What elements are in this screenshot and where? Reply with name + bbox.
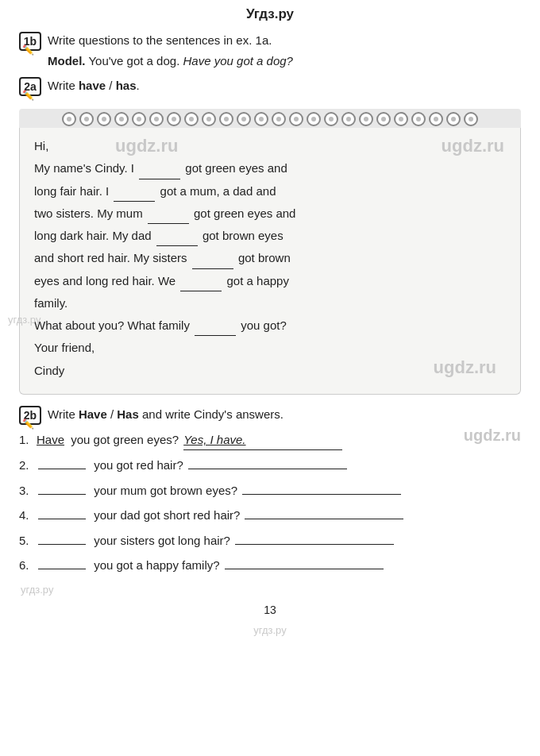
item-5-answer[interactable] [235, 544, 394, 545]
letter-line-4: long dark hair. My dad got brown eyes [34, 226, 506, 246]
pencil-icon-2b: ✏️ [22, 418, 34, 430]
blank-1[interactable] [139, 179, 180, 179]
item-num-1: 1. [19, 430, 33, 450]
item-1-answer-blank[interactable]: Yes, I have. [183, 430, 342, 451]
page-number: 13 [0, 604, 540, 624]
blank-7[interactable] [195, 335, 236, 336]
item-6-blank[interactable] [38, 569, 86, 569]
letter-greeting: Hi, [34, 136, 506, 156]
spiral-hole [272, 112, 286, 126]
model-answer: Have you got a dog? [183, 54, 293, 68]
blank-4[interactable] [156, 245, 198, 246]
exercise-2b-label: 2b ✏️ Write Have / Has and write Cindy's… [19, 406, 521, 425]
spiral-hole [97, 112, 111, 126]
list-item-2: 2. you got red hair? [19, 455, 521, 476]
site-header: Угдз.ру [0, 0, 540, 25]
spiral-hole [376, 112, 391, 126]
letter-paper: ugdz.ru ugdz.ru ugdz.ru Hi, My name's Ci… [19, 128, 521, 395]
site-title: Угдз.ру [246, 6, 294, 21]
item-3-blank[interactable] [38, 494, 86, 495]
letter-line-5: and short red hair. My sisters got brown [34, 248, 506, 268]
item-2-answer[interactable] [188, 469, 347, 469]
item-3-question: your mum got brown eyes? [91, 480, 237, 501]
letter-line-1: My name's Cindy. I got green eyes and [34, 158, 506, 179]
spiral-hole [359, 112, 373, 126]
item-1-answer-filled: Yes, I have. [183, 433, 245, 446]
letter-line-6: eyes and long red hair. We got a happy [34, 271, 506, 291]
blank-5[interactable] [192, 268, 233, 269]
blank-3[interactable] [148, 223, 189, 224]
exercise-2b-list: 1. Have you got green eyes? Yes, I have.… [19, 430, 521, 576]
blank-2[interactable] [114, 201, 155, 202]
item-5-blank[interactable] [38, 544, 86, 545]
list-item-3: 3. your mum got brown eyes? [19, 480, 521, 501]
spiral-row [19, 109, 521, 128]
spiral-hole [394, 112, 408, 126]
pencil-icon-2a: ✏️ [22, 90, 34, 101]
item-1-question: you got green eyes? [68, 430, 179, 450]
item-5-question: your sisters got long hair? [91, 530, 230, 551]
spiral-hole [202, 112, 216, 126]
item-num-2: 2. [19, 455, 33, 476]
model-label: Model. [48, 54, 86, 68]
item-num-6: 6. [19, 555, 33, 576]
item-3-answer[interactable] [242, 494, 401, 495]
spiral-hole [464, 112, 478, 126]
exercise-2a-label: 2a ✏️ Write have / has. [19, 77, 521, 96]
list-item-1: 1. Have you got green eyes? Yes, I have. [19, 430, 521, 451]
spiral-hole [62, 112, 76, 126]
spiral-hole [446, 112, 461, 126]
watermark-bottom-left: угдз.ру [8, 584, 540, 596]
spiral-hole [132, 112, 146, 126]
blank-6[interactable] [180, 291, 222, 291]
spiral-hole [219, 112, 233, 126]
watermark-footer: угдз.ру [0, 624, 540, 642]
letter-line-3: two sisters. My mum got green eyes and [34, 203, 506, 224]
letter-line-2: long fair hair. I got a mum, a dad and [34, 181, 506, 202]
spiral-hole [429, 112, 443, 126]
exercise-1b: 1b ✏️ Write questions to the sentences i… [0, 25, 540, 71]
spiral-hole [184, 112, 199, 126]
notebook-section: ugdz.ru ugdz.ru ugdz.ru Hi, My name's Ci… [19, 109, 521, 395]
spiral-hole [411, 112, 426, 126]
exercise-2b-badge: 2b ✏️ [19, 406, 41, 425]
letter-closing-1: Your friend, [34, 338, 506, 358]
spiral-hole [289, 112, 303, 126]
letter-line-7: family. [34, 293, 506, 314]
spiral-hole [237, 112, 251, 126]
exercise-2a: 2a ✏️ Write have / has. [0, 71, 540, 102]
spiral-hole [324, 112, 338, 126]
exercise-1b-instruction: Write questions to the sentences in ex. … [48, 32, 521, 50]
pencil-icon-1b: ✏️ [22, 44, 34, 56]
spiral-hole [307, 112, 321, 126]
item-4-question: your dad got short red hair? [91, 505, 240, 526]
item-num-3: 3. [19, 480, 33, 501]
model-sentence: You've got a dog. [88, 54, 179, 68]
item-2-question: you got red hair? [91, 455, 183, 476]
list-item-4: 4. your dad got short red hair? [19, 505, 521, 526]
spiral-hole [341, 112, 356, 126]
spiral-hole [114, 112, 129, 126]
exercise-2b: 2b ✏️ Write Have / Has and write Cindy's… [0, 401, 540, 584]
exercise-2b-instruction: Write Have / Has and write Cindy's answe… [48, 406, 521, 424]
item-6-question: you got a happy family? [91, 555, 220, 576]
exercise-1b-badge: 1b ✏️ [19, 32, 41, 51]
list-item-6: 6. you got a happy family? [19, 555, 521, 576]
item-2-blank[interactable] [38, 469, 86, 469]
list-item-5: 5. your sisters got long hair? [19, 530, 521, 551]
letter-line-8: What about you? What family you got? [34, 315, 506, 336]
item-1-blank-filled: Have [37, 430, 64, 450]
letter-closing-2: Cindy [34, 361, 506, 381]
exercise-1b-model: Model. You've got a dog. Have you got a … [48, 54, 521, 68]
exercise-1b-label: 1b ✏️ Write questions to the sentences i… [19, 32, 521, 51]
item-num-4: 4. [19, 505, 33, 526]
item-4-blank[interactable] [38, 519, 86, 519]
spiral-hole [149, 112, 164, 126]
item-6-answer[interactable] [225, 569, 384, 569]
exercise-2a-badge: 2a ✏️ [19, 77, 41, 96]
spiral-hole [167, 112, 181, 126]
exercise-2a-instruction: Write have / has. [48, 77, 521, 95]
spiral-hole [79, 112, 94, 126]
spiral-hole [254, 112, 268, 126]
item-4-answer[interactable] [245, 519, 403, 519]
